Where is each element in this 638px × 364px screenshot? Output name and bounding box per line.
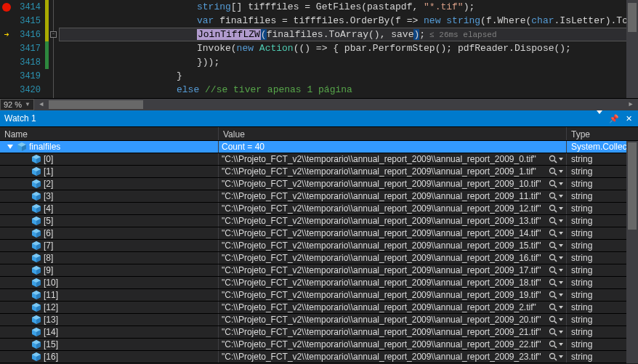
text-visualizer-button[interactable]: [549, 278, 566, 287]
text-visualizer-button[interactable]: [549, 167, 566, 176]
editor-horizontal-scrollbar[interactable]: ◄ ►: [36, 99, 637, 110]
watch-row[interactable]: [2] "C:\\Projeto_FCT_v2\\temporario\\ann…: [0, 178, 638, 190]
object-icon: [17, 142, 26, 151]
scrollbar-thumb[interactable]: [628, 3, 637, 32]
code-line[interactable]: }));: [59, 55, 638, 69]
watch-row[interactable]: [14] "C:\\Projeto_FCT_v2\\temporario\\an…: [0, 326, 638, 339]
watch-row[interactable]: [11] "C:\\Projeto_FCT_v2\\temporario\\an…: [0, 289, 638, 302]
watch-value: "C:\\Projeto_FCT_v2\\temporario\\annual_…: [222, 314, 549, 325]
chevron-down-icon: [559, 318, 563, 321]
outlining-margin[interactable]: [49, 55, 59, 69]
object-icon: [32, 229, 41, 238]
panel-options-icon[interactable]: [594, 110, 605, 126]
watch-row[interactable]: [5] "C:\\Projeto_FCT_v2\\temporario\\ann…: [0, 215, 638, 227]
watch-value: "C:\\Projeto_FCT_v2\\temporario\\annual_…: [222, 190, 549, 202]
editor-code-area[interactable]: string[] tifffiles = GetFiles(pastapdf, …: [59, 0, 638, 98]
code-editor[interactable]: 34143415➔3416-341734183419342034213422 s…: [0, 0, 638, 98]
column-header-type[interactable]: Type: [567, 127, 638, 140]
chevron-down-icon: [559, 269, 563, 272]
outlining-margin[interactable]: [49, 41, 59, 55]
text-visualizer-button[interactable]: [549, 192, 566, 201]
watch-row[interactable]: [0] "C:\\Projeto_FCT_v2\\temporario\\ann…: [0, 153, 638, 166]
zoom-value: 92 %: [4, 99, 22, 110]
breakpoint-icon[interactable]: [2, 3, 11, 12]
watch-panel-titlebar[interactable]: Watch 1 📌 ✕: [0, 110, 638, 126]
watch-column-headers[interactable]: Name Value Type: [0, 126, 638, 141]
object-icon: [32, 340, 41, 349]
watch-row[interactable]: [13] "C:\\Projeto_FCT_v2\\temporario\\an…: [0, 314, 638, 326]
watch-name: [16]: [44, 351, 58, 363]
text-visualizer-button[interactable]: [549, 328, 566, 336]
editor-gutter: 34143415➔3416-341734183419342034213422: [0, 0, 59, 98]
text-visualizer-button[interactable]: [549, 241, 566, 250]
scroll-right-button[interactable]: ►: [625, 99, 637, 110]
outlining-margin[interactable]: -: [49, 28, 59, 41]
text-visualizer-button[interactable]: [549, 229, 566, 238]
scrollbar-thumb[interactable]: [49, 100, 143, 109]
watch-row[interactable]: [3] "C:\\Projeto_FCT_v2\\temporario\\ann…: [0, 190, 638, 203]
zoom-combo[interactable]: 92 % ▼: [0, 99, 34, 110]
outlining-margin[interactable]: [49, 97, 59, 98]
editor-vertical-scrollbar[interactable]: [626, 0, 638, 98]
watch-name: [5]: [44, 215, 53, 227]
watch-row[interactable]: [4] "C:\\Projeto_FCT_v2\\temporario\\ann…: [0, 203, 638, 215]
close-icon[interactable]: ✕: [623, 110, 634, 126]
text-visualizer-button[interactable]: [549, 291, 566, 299]
text-visualizer-button[interactable]: [549, 204, 566, 213]
code-line[interactable]: Invoke(new Action(() => { pbar.PerformSt…: [59, 41, 638, 55]
text-visualizer-button[interactable]: [549, 254, 566, 262]
editor-bottom-strip: 92 % ▼ ◄ ►: [0, 98, 638, 110]
code-line[interactable]: string[] tifffiles = GetFiles(pastapdf, …: [59, 0, 638, 14]
watch-name: [1]: [44, 166, 53, 177]
object-icon: [32, 179, 41, 188]
text-visualizer-button[interactable]: [549, 179, 566, 188]
scrollbar-thumb[interactable]: [628, 142, 637, 230]
watch-row[interactable]: [1] "C:\\Projeto_FCT_v2\\temporario\\ann…: [0, 166, 638, 178]
outlining-margin[interactable]: [49, 0, 59, 14]
code-line[interactable]: else //se tiver apenas 1 página: [59, 83, 638, 97]
watch-row[interactable]: [9] "C:\\Projeto_FCT_v2\\temporario\\ann…: [0, 264, 638, 277]
column-header-value[interactable]: Value: [219, 127, 567, 140]
line-number: 3415: [13, 16, 45, 26]
pin-icon[interactable]: 📌: [609, 110, 619, 126]
chevron-down-icon: [559, 207, 563, 210]
expander-expanded-icon[interactable]: [7, 145, 13, 149]
text-visualizer-button[interactable]: [549, 315, 566, 324]
scroll-left-button[interactable]: ◄: [36, 99, 47, 110]
watch-row[interactable]: [16] "C:\\Projeto_FCT_v2\\temporario\\an…: [0, 351, 638, 363]
watch-row[interactable]: [7] "C:\\Projeto_FCT_v2\\temporario\\ann…: [0, 240, 638, 252]
outline-collapse-icon[interactable]: -: [50, 31, 57, 38]
current-statement-arrow-icon: ➔: [4, 31, 9, 39]
outlining-margin[interactable]: [49, 14, 59, 28]
watch-row[interactable]: [10] "C:\\Projeto_FCT_v2\\temporario\\an…: [0, 277, 638, 289]
text-visualizer-button[interactable]: [549, 266, 566, 275]
watch-name: [14]: [44, 326, 58, 338]
watch-row-root[interactable]: finalfiles Count = 40 System.Collecti...: [0, 141, 638, 153]
breakpoint-margin[interactable]: [0, 3, 13, 12]
line-number: 3417: [13, 44, 45, 54]
text-visualizer-button[interactable]: [549, 217, 566, 225]
breakpoint-margin[interactable]: ➔: [0, 31, 13, 39]
chevron-down-icon: [559, 182, 563, 185]
code-line[interactable]: JoinTiffLZW(finalfiles.ToArray(), save);…: [59, 28, 638, 41]
text-visualizer-button[interactable]: [549, 340, 566, 349]
code-line[interactable]: {: [59, 97, 638, 98]
text-visualizer-button[interactable]: [549, 155, 566, 163]
watch-row[interactable]: [15] "C:\\Projeto_FCT_v2\\temporario\\an…: [0, 339, 638, 351]
watch-vertical-scrollbar[interactable]: [626, 141, 638, 363]
column-header-name[interactable]: Name: [0, 127, 219, 140]
watch-grid[interactable]: finalfiles Count = 40 System.Collecti...…: [0, 141, 638, 363]
code-line[interactable]: }: [59, 69, 638, 83]
watch-value: "C:\\Projeto_FCT_v2\\temporario\\annual_…: [222, 277, 549, 288]
text-visualizer-button[interactable]: [549, 303, 566, 312]
text-visualizer-button[interactable]: [549, 352, 566, 361]
watch-row[interactable]: [12] "C:\\Projeto_FCT_v2\\temporario\\an…: [0, 302, 638, 314]
watch-row[interactable]: [6] "C:\\Projeto_FCT_v2\\temporario\\ann…: [0, 227, 638, 240]
chevron-down-icon: [559, 195, 563, 198]
outlining-margin[interactable]: [49, 69, 59, 83]
outlining-margin[interactable]: [49, 83, 59, 97]
object-icon: [32, 241, 41, 250]
code-line[interactable]: var finalfiles = tifffiles.OrderBy(f => …: [59, 14, 638, 28]
watch-row[interactable]: [8] "C:\\Projeto_FCT_v2\\temporario\\ann…: [0, 252, 638, 264]
chevron-down-icon: [559, 306, 563, 309]
